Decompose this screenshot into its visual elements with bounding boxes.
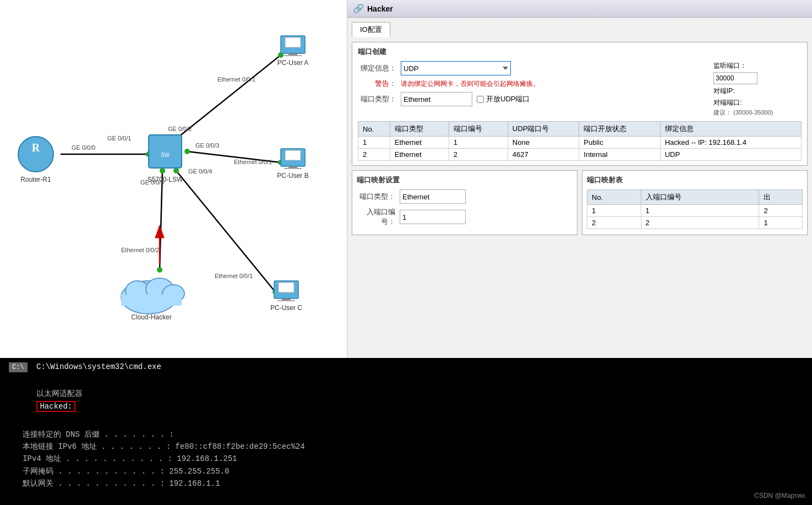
suggest-label: 建议： (30000-35000)	[713, 108, 802, 117]
open-udp-label: 开放UDP端口	[486, 94, 530, 104]
map-cell-in: 2	[641, 217, 759, 229]
warning-row: 警告： 请勿绑定公网网卡，否则可能会引起网络瘫痪。	[358, 79, 702, 89]
col-number: 端口编号	[449, 122, 508, 137]
hacker-icon: 🔗	[353, 3, 364, 14]
cmd-line: 子网掩码 . . . . . . . . . . . : 255.255.255…	[9, 465, 803, 477]
cell-bind: UDP	[660, 149, 801, 161]
bind-select[interactable]: UDP TCP None	[401, 61, 511, 75]
port-type-row: 端口类型： Ethernet Serial 开放UDP端口	[358, 92, 702, 106]
svg-rect-25	[284, 55, 302, 56]
port-type-select[interactable]: Ethernet Serial	[401, 92, 472, 106]
svg-rect-33	[279, 283, 294, 292]
port-creation-title: 端口创建	[358, 47, 802, 57]
mapping-type-label: 端口类型：	[357, 192, 395, 202]
cmd-body: 以太网适配器 Hacked: 连接特定的 DNS 后缀 . . . . . . …	[9, 376, 803, 490]
cell-status: Internal	[579, 149, 660, 161]
col-bind: 绑定信息	[660, 122, 801, 137]
svg-rect-23	[285, 37, 301, 47]
svg-text:Cloud-Hacker: Cloud-Hacker	[131, 313, 171, 321]
open-udp-checkbox[interactable]	[477, 96, 484, 103]
cmd-adapter-line: 以太网适配器 Hacked:	[9, 376, 803, 425]
cell-status: Public	[579, 137, 660, 149]
mapping-settings-title: 端口映射设置	[357, 175, 573, 185]
svg-text:GE 0/0/2: GE 0/0/2	[168, 126, 192, 132]
table-row[interactable]: 1 Ethernet 1 None Public Hacked -- IP: 1…	[358, 137, 802, 149]
tab-bar: IO配置	[352, 22, 808, 37]
port-creation-section: 端口创建 绑定信息： UDP TCP None 警告：	[352, 42, 808, 166]
map-col-out: 出	[759, 190, 803, 205]
hacker-panel: 🔗 Hacker IO配置 端口创建 绑定信息： UDP TCP None	[347, 0, 812, 358]
cmd-line: 本地链接 IPv6 地址 . . . . . . . : fe80::cf88:…	[9, 441, 803, 453]
cell-number: 2	[449, 149, 508, 161]
network-diagram: R Router-R1 SW S5700-LSW PC-User A PC-Us…	[0, 0, 347, 358]
port-table: No. 端口类型 端口编号 UDP端口号 端口开放状态 绑定信息 1 Ether…	[358, 121, 802, 161]
mapping-table: No. 入端口编号 出 1 1 2 2 2 1	[587, 189, 803, 229]
port-type-label: 端口类型：	[358, 94, 396, 104]
table-row[interactable]: 2 Ethernet 2 4627 Internal UDP	[358, 149, 802, 161]
cmd-line: IPv4 地址 . . . . . . . . . . . : 192.168.…	[9, 453, 803, 465]
warning-text: 请勿绑定公网网卡，否则可能会引起网络瘫痪。	[401, 79, 539, 89]
cmd-adapter-label: 以太网适配器	[36, 389, 83, 398]
bind-label: 绑定信息：	[358, 63, 396, 73]
svg-rect-28	[285, 150, 301, 160]
svg-text:GE 0/0/5: GE 0/0/5	[140, 179, 164, 186]
cell-number: 1	[449, 137, 508, 149]
mapping-in-select[interactable]: 1 2 3	[400, 210, 466, 224]
col-type: 端口类型	[390, 122, 449, 137]
map-cell-out: 2	[759, 205, 803, 217]
svg-text:Ethernet 0/0/1: Ethernet 0/0/1	[215, 273, 253, 279]
open-udp-row: 开放UDP端口	[477, 94, 530, 104]
cmd-titlebar: C:\ C:\Windows\system32\cmd.exe	[9, 362, 803, 371]
map-cell-out: 1	[759, 217, 803, 229]
svg-text:PC-User C: PC-User C	[270, 304, 302, 312]
svg-text:GE 0/0/1: GE 0/0/1	[107, 135, 131, 142]
cell-type: Ethernet	[390, 137, 449, 149]
monitor-input[interactable]	[713, 72, 757, 84]
bottom-section: 端口映射设置 端口类型： Ethernet Serial 入端口编号： 1 2 …	[352, 170, 808, 235]
mapping-in-label: 入端口编号：	[357, 207, 395, 227]
svg-rect-35	[277, 300, 295, 301]
panel-titlebar: 🔗 Hacker	[347, 0, 812, 18]
svg-text:SW: SW	[161, 152, 170, 158]
cmd-line: 默认网关 . . . . . . . . . . . : 192.168.1.1	[9, 477, 803, 490]
watermark: CSDN @Мартин.	[754, 492, 806, 499]
table-row[interactable]: 1 1 2	[587, 205, 803, 217]
cell-bind: Hacked -- IP: 192.168.1.4	[660, 137, 801, 149]
cell-udp: None	[508, 137, 579, 149]
col-no: No.	[358, 122, 390, 137]
svg-text:Ethernet 0/0/2: Ethernet 0/0/2	[121, 247, 159, 253]
cmd-title: C:\Windows\system32\cmd.exe	[36, 362, 161, 371]
svg-text:GE 0/0/0: GE 0/0/0	[72, 144, 95, 151]
cell-no: 2	[358, 149, 390, 161]
svg-text:R: R	[32, 142, 40, 154]
cmd-lines: 连接特定的 DNS 后缀 . . . . . . . : 本地链接 IPv6 地…	[9, 428, 803, 490]
map-cell-no: 2	[587, 217, 641, 229]
svg-point-13	[157, 267, 162, 273]
cmd-adapter-name: Hacked:	[36, 401, 75, 412]
cmd-line: 连接特定的 DNS 后缀 . . . . . . . :	[9, 428, 803, 441]
cell-udp: 4627	[508, 149, 579, 161]
svg-text:PC-User B: PC-User B	[277, 172, 308, 180]
remote-port-label: 对端端口:	[713, 98, 802, 107]
map-cell-in: 1	[641, 205, 759, 217]
bind-info-row: 绑定信息： UDP TCP None	[358, 61, 702, 75]
svg-rect-19	[149, 135, 182, 168]
warning-prefix: 警告：	[358, 79, 396, 89]
monitor-label: 监听端口：	[713, 61, 802, 70]
table-row[interactable]: 2 2 1	[587, 217, 803, 229]
svg-rect-41	[121, 295, 182, 306]
mapping-type-select[interactable]: Ethernet Serial	[400, 189, 466, 204]
cmd-window: C:\ C:\Windows\system32\cmd.exe 以太网适配器 H…	[0, 358, 812, 505]
port-mapping-settings: 端口映射设置 端口类型： Ethernet Serial 入端口编号： 1 2 …	[352, 170, 577, 235]
cell-no: 1	[358, 137, 390, 149]
svg-text:GE 0/0/4: GE 0/0/4	[188, 168, 212, 175]
svg-text:Ethernet 0/0/1: Ethernet 0/0/1	[217, 76, 255, 83]
tab-io-config[interactable]: IO配置	[352, 22, 390, 37]
svg-point-9	[160, 168, 165, 173]
remote-ip-label: 对端IP:	[713, 86, 802, 96]
mapping-in-row: 入端口编号： 1 2 3	[357, 207, 573, 227]
cell-type: Ethernet	[390, 149, 449, 161]
monitor-panel: 监听端口： 对端IP: 对端端口: 建议： (30000-35000)	[713, 61, 802, 117]
svg-text:GE 0/0/3: GE 0/0/3	[195, 142, 219, 149]
svg-text:Router-R1: Router-R1	[20, 176, 51, 183]
